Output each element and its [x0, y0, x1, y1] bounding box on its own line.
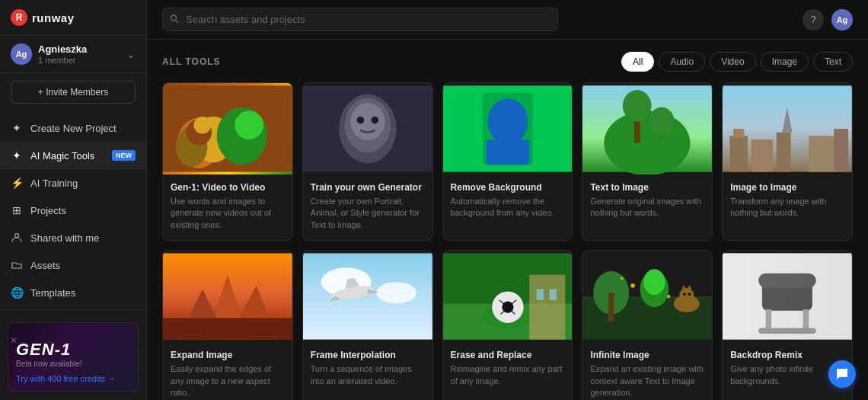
- tool-card-text-to-image[interactable]: Text to Image Generate original images w…: [582, 82, 713, 241]
- user-info: Ag Agnieszka 1 member: [11, 43, 87, 65]
- svg-rect-39: [163, 318, 292, 339]
- tool-name: Backdrop Remix: [730, 350, 844, 360]
- magic-icon: ✦: [11, 149, 23, 162]
- tool-thumbnail-gen1: [163, 83, 292, 174]
- sidebar-item-assets[interactable]: Assets: [0, 251, 146, 279]
- svg-rect-29: [733, 129, 744, 137]
- top-bar-right: ? Ag: [803, 9, 853, 30]
- content-area: ALL TOOLS All Audio Video Image Text: [147, 40, 868, 400]
- tool-desc: Reimagine and remix any part of any imag…: [451, 363, 565, 387]
- tool-name: Expand Image: [171, 350, 285, 360]
- svg-point-69: [667, 295, 671, 299]
- svg-point-26: [649, 107, 675, 136]
- tool-name: Frame Interpolation: [311, 350, 425, 360]
- svg-point-25: [623, 90, 652, 122]
- svg-rect-20: [486, 139, 529, 165]
- tool-card-remove-background[interactable]: Remove Background Automatically remove t…: [442, 82, 573, 241]
- filter-tab-video[interactable]: Video: [710, 52, 755, 72]
- filter-tab-text[interactable]: Text: [813, 52, 853, 72]
- logo-text: runway: [32, 11, 75, 24]
- user-member: 1 member: [38, 56, 87, 65]
- svg-line-2: [176, 20, 179, 23]
- gen1-promo-card: ✕ GEN-1 Beta now available! Try with 400…: [8, 322, 139, 392]
- folder-icon: [11, 259, 23, 271]
- tool-desc: Generate original images with nothing bu…: [590, 196, 704, 219]
- svg-rect-28: [730, 136, 748, 171]
- tool-name: Image to Image: [730, 182, 844, 193]
- sidebar-item-projects[interactable]: ⊞ Projects: [0, 197, 146, 224]
- sidebar-item-label: Assets: [30, 260, 136, 271]
- search-bar: [162, 8, 558, 31]
- tool-info-train-generator: Train your own Generator Create your own…: [303, 174, 432, 240]
- gen1-try-link[interactable]: Try with 400 free credits →: [16, 374, 130, 383]
- sidebar-item-shared-with-me[interactable]: Shared with me: [0, 224, 146, 251]
- tool-name: Infinite Image: [590, 350, 704, 360]
- svg-rect-58: [608, 293, 614, 322]
- svg-point-65: [683, 293, 686, 296]
- filter-tab-all[interactable]: All: [621, 52, 654, 72]
- svg-rect-52: [529, 275, 565, 340]
- tool-thumbnail-text-to-image: [582, 83, 712, 174]
- sidebar-item-label: AI Training: [30, 178, 136, 189]
- svg-point-0: [15, 234, 19, 238]
- tool-thumbnail-expand-image: [163, 251, 292, 342]
- svg-rect-76: [723, 254, 852, 340]
- main-content: ? Ag ALL TOOLS All Audio Video Image Tex…: [147, 0, 868, 400]
- sidebar-footer: ✕ GEN-1 Beta now available! Try with 400…: [0, 309, 146, 400]
- tool-card-train-generator[interactable]: Train your own Generator Create your own…: [302, 82, 433, 241]
- logo-icon: R: [11, 9, 27, 26]
- tool-card-frame-interpolation[interactable]: Frame Interpolation Turn a sequence of i…: [302, 250, 433, 400]
- sidebar-item-ai-magic-tools[interactable]: ✦ AI Magic Tools New: [0, 142, 146, 169]
- svg-point-42: [376, 282, 416, 303]
- sidebar-item-create-new-project[interactable]: ✦ Create New Project: [0, 114, 146, 142]
- tool-thumbnail-erase-replace: [443, 251, 573, 342]
- chevron-down-icon: ⌄: [126, 48, 136, 60]
- svg-point-68: [621, 277, 624, 280]
- filter-tabs: All Audio Video Image Text: [621, 52, 853, 72]
- tool-info-image-to-image: Image to Image Transform any image with …: [723, 174, 852, 229]
- tool-name: Text to Image: [590, 182, 704, 193]
- chat-button[interactable]: [828, 360, 856, 388]
- sidebar-item-templates[interactable]: 🌐 Templates: [0, 279, 146, 306]
- help-button[interactable]: ?: [803, 9, 824, 30]
- user-name: Agnieszka: [38, 43, 87, 56]
- runway-logo[interactable]: R runway: [11, 9, 75, 26]
- svg-point-62: [680, 288, 694, 302]
- search-input[interactable]: [162, 8, 558, 31]
- sidebar-item-label: Create New Project: [30, 123, 136, 134]
- tool-name: Gen-1: Video to Video: [171, 182, 285, 193]
- svg-point-15: [357, 117, 364, 123]
- nav-section: ✦ Create New Project ✦ AI Magic Tools Ne…: [0, 111, 146, 309]
- filter-tab-audio[interactable]: Audio: [659, 52, 705, 72]
- tool-desc: Automatically remove the background from…: [451, 196, 565, 219]
- tool-desc: Create your own Portrait, Animal, or Sty…: [311, 196, 425, 231]
- new-badge: New: [112, 150, 136, 161]
- tool-card-expand-image[interactable]: Expand Image Easily expand the edges of …: [162, 250, 293, 400]
- globe-icon: 🌐: [11, 286, 23, 299]
- sidebar-item-label: AI Magic Tools: [30, 150, 104, 162]
- tools-header: ALL TOOLS All Audio Video Image Text: [162, 52, 853, 72]
- svg-point-8: [194, 117, 212, 134]
- user-avatar-top[interactable]: Ag: [831, 9, 853, 30]
- lightning-icon: ⚡: [11, 177, 23, 189]
- tool-card-infinite-image[interactable]: Infinite Image Expand an existing image …: [582, 250, 713, 400]
- filter-tab-image[interactable]: Image: [761, 52, 809, 72]
- tool-info-gen1: Gen-1: Video to Video Use words and imag…: [163, 174, 292, 240]
- tool-card-image-to-image[interactable]: Image to Image Transform any image with …: [722, 82, 853, 241]
- tool-desc: Use words and images to generate new vid…: [171, 196, 285, 231]
- tool-thumbnail-image-to-image: [723, 83, 852, 174]
- tool-card-gen1[interactable]: Gen-1: Video to Video Use words and imag…: [162, 82, 293, 241]
- tool-thumbnail-remove-background: [443, 83, 573, 174]
- sidebar-item-ai-training[interactable]: ⚡ AI Training: [0, 169, 146, 197]
- user-section[interactable]: Ag Agnieszka 1 member ⌄: [0, 36, 146, 73]
- svg-point-67: [631, 283, 636, 288]
- tool-card-erase-replace[interactable]: Erase and Replace Reimagine and remix an…: [442, 250, 573, 400]
- svg-point-23: [605, 110, 691, 174]
- invite-members-button[interactable]: + Invite Members: [11, 81, 136, 104]
- svg-point-19: [487, 98, 528, 144]
- tool-info-text-to-image: Text to Image Generate original images w…: [582, 174, 712, 229]
- tool-info-remove-background: Remove Background Automatically remove t…: [443, 174, 573, 229]
- svg-rect-30: [752, 139, 773, 171]
- tool-thumbnail-backdrop-remix: [723, 251, 852, 342]
- tool-thumbnail-train-generator: [303, 83, 432, 174]
